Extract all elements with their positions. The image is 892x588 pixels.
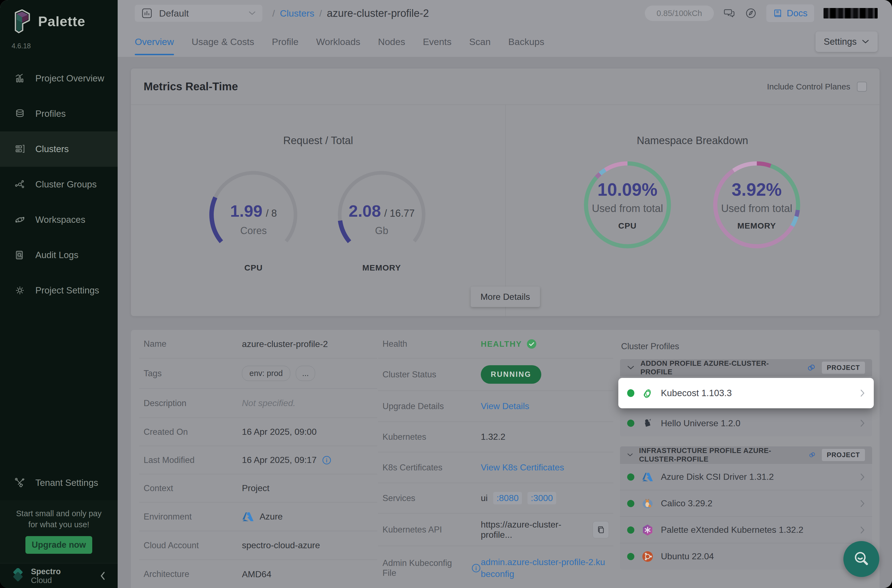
sidebar-item-label: Cluster Groups (35, 179, 97, 190)
detail-row-kubernetes-api: Kubernetes API https://azure-cluster-pro… (378, 513, 613, 546)
view-k8s-certificates-link[interactable]: View K8s Certificates (481, 462, 564, 472)
tag-overflow[interactable]: ... (296, 366, 315, 381)
support-search-fab[interactable] (843, 541, 879, 577)
pxk-icon (641, 524, 654, 536)
tools-icon (14, 477, 26, 488)
hello-universe-icon (642, 418, 653, 429)
upgrade-now-button[interactable]: Upgrade now (26, 536, 92, 554)
detail-row-architecture: Architecture AMD64 (139, 560, 377, 588)
breadcrumb-clusters-link[interactable]: Clusters (280, 8, 314, 19)
collapse-sidebar-icon[interactable] (99, 570, 107, 581)
detail-value: Project (242, 483, 270, 494)
detail-row-cluster-status: Cluster Status RUNNING (378, 358, 613, 391)
profile-item-kubecost[interactable]: Kubecost 1.103.3 (618, 378, 874, 408)
profile-item-azure-disk-csi[interactable]: Azure Disk CSI Driver 1.31.2 (620, 464, 872, 490)
main-area: Default / Clusters / azure-cluster-profi… (118, 0, 892, 588)
detail-row-upgrade-details: Upgrade Details View Details (378, 391, 613, 422)
chat-icon[interactable] (723, 7, 736, 20)
cpu-namespace-donut: 10.09% Used from total CPU (581, 158, 674, 252)
profile-item-name: Palette eXtended Kubernetes 1.32.2 (661, 525, 803, 535)
docs-label: Docs (787, 8, 808, 18)
status-dot (627, 473, 634, 481)
tab-backups[interactable]: Backups (508, 27, 544, 57)
sidebar-item-project-overview[interactable]: Project Overview (0, 61, 118, 96)
settings-button[interactable]: Settings (815, 32, 878, 52)
profile-item-hello-universe[interactable]: Hello Universe 1.2.0 (620, 410, 872, 436)
sidebar-item-profiles[interactable]: Profiles (0, 96, 118, 131)
tab-workloads[interactable]: Workloads (316, 27, 360, 57)
detail-row-services: Services ui :8080 :3000 (378, 483, 613, 513)
memory-request-gauge: 2.08 / 16.77 Gb MEMORY (335, 168, 429, 262)
cluster-profiles-panel: Cluster Profiles ADDON PROFILE AZURE-CLU… (620, 330, 872, 579)
detail-label: Upgrade Details (383, 401, 481, 411)
tab-overview[interactable]: Overview (135, 27, 174, 57)
profile-item-calico[interactable]: Calico 3.29.2 (620, 490, 872, 516)
profile-item-name: Calico 3.29.2 (661, 498, 712, 508)
chevron-right-icon (860, 526, 865, 534)
addon-profile-group: ADDON PROFILE AZURE-CLUSTER-PROFILE PROJ… (620, 359, 872, 436)
detail-label: Description (144, 398, 242, 408)
tab-profile[interactable]: Profile (272, 27, 298, 57)
palette-logo: Palette (13, 9, 85, 34)
detail-label: Created On (144, 427, 242, 437)
chevron-right-icon (860, 473, 865, 481)
include-control-planes-checkbox[interactable] (857, 82, 867, 92)
tab-events[interactable]: Events (423, 27, 452, 57)
service-name: ui (481, 493, 488, 503)
memory-namespace-donut: 3.92% Used from total MEMORY (710, 158, 803, 252)
infrastructure-profile-header[interactable]: INFRASTRUCTURE PROFILE AZURE-CLUSTER-PRO… (620, 446, 872, 464)
bar-chart-icon (14, 73, 26, 84)
detail-value: 16 Apr 2025, 09:17 (242, 455, 317, 465)
namespace-breakdown-title: Namespace Breakdown (505, 135, 880, 147)
info-icon[interactable] (322, 456, 331, 465)
project-scope-badge: PROJECT (822, 362, 865, 374)
view-details-link[interactable]: View Details (481, 401, 529, 411)
more-details-button[interactable]: More Details (471, 286, 540, 307)
sidebar-item-tenant-settings[interactable]: Tenant Settings (0, 465, 118, 501)
sidebar-item-audit-logs[interactable]: Audit Logs (0, 237, 118, 273)
detail-label: Health (383, 339, 481, 349)
detail-row-kubernetes: Kubernetes 1.32.2 (378, 422, 613, 452)
copy-button[interactable] (593, 521, 609, 538)
breadcrumb-separator: / (272, 8, 275, 19)
chevron-down-icon (627, 453, 633, 457)
palette-logo-icon (13, 9, 32, 34)
detail-value: Not specified. (242, 398, 296, 408)
kubeconfig-download-link[interactable]: admin.azure-cluster-profile-2.kubeconfig (481, 556, 609, 580)
memory-donut-label: MEMORY (737, 221, 776, 231)
profile-item-name: Kubecost 1.103.3 (661, 388, 732, 398)
cluster-details-card: Name azure-cluster-profile-2 Tags env: p… (131, 330, 880, 588)
addon-profile-header[interactable]: ADDON PROFILE AZURE-CLUSTER-PROFILE PROJ… (620, 359, 872, 376)
azure-icon (642, 472, 653, 482)
brand-line1: Spectro (31, 567, 61, 576)
status-dot (627, 526, 634, 534)
sidebar-item-label: Clusters (35, 144, 69, 154)
detail-value: 16 Apr 2025, 09:00 (242, 427, 317, 437)
sidebar-item-project-settings[interactable]: Project Settings (0, 273, 118, 308)
magnifier-smile-icon (851, 549, 872, 570)
service-port-8080-link[interactable]: :8080 (493, 492, 522, 504)
detail-value: AMD64 (242, 569, 272, 579)
tab-nodes[interactable]: Nodes (378, 27, 405, 57)
profile-item-pxk[interactable]: Palette eXtended Kubernetes 1.32.2 (620, 516, 872, 543)
service-port-3000-link[interactable]: :3000 (527, 492, 556, 504)
docs-button[interactable]: Docs (766, 4, 814, 22)
sidebar-item-cluster-groups[interactable]: Cluster Groups (0, 167, 118, 202)
include-control-planes: Include Control Planes (767, 82, 867, 92)
tab-scan[interactable]: Scan (469, 27, 491, 57)
metrics-header: Metrics Real-Time Include Control Planes (131, 69, 880, 105)
sidebar-item-workspaces[interactable]: Workspaces (0, 202, 118, 237)
request-total-title: Request / Total (131, 135, 505, 147)
details-right-column: Health HEALTHY Cluster Status RUNNING (378, 330, 613, 588)
tag-env-prod[interactable]: env: prod (242, 366, 290, 381)
compass-icon[interactable] (745, 7, 757, 20)
layers-icon (14, 108, 26, 119)
project-scope-dropdown[interactable]: Default (135, 5, 262, 22)
tab-usage-costs[interactable]: Usage & Costs (192, 27, 254, 57)
breadcrumb-separator: / (319, 8, 322, 19)
ubuntu-icon (641, 550, 654, 562)
info-icon[interactable] (472, 563, 481, 573)
profile-item-ubuntu[interactable]: Ubuntu 22.04 (620, 543, 872, 570)
cpu-total-value: / 8 (266, 208, 277, 219)
sidebar-item-clusters[interactable]: Clusters (0, 131, 118, 167)
